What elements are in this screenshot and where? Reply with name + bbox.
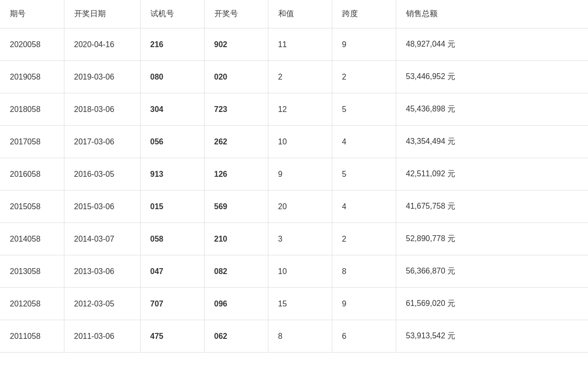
header-hezhi: 和值 [268, 0, 332, 28]
cell-qihao: 2012058 [0, 288, 64, 320]
cell-qihao: 2011058 [0, 320, 64, 353]
cell-kaijang: 082 [204, 255, 268, 288]
cell-kuadu: 4 [332, 126, 396, 158]
cell-shiji: 475 [140, 320, 204, 353]
cell-hezhi: 10 [268, 126, 332, 158]
cell-xiaoshou: 41,675,758 元 [396, 191, 588, 223]
cell-xiaoshou: 61,569,020 元 [396, 288, 588, 320]
table-row: 20130582013-03-0604708210856,366,870 元 [0, 255, 588, 288]
cell-hezhi: 10 [268, 255, 332, 288]
cell-kuadu: 9 [332, 288, 396, 320]
cell-qihao: 2015058 [0, 191, 64, 223]
cell-qihao: 2019058 [0, 61, 64, 93]
header-kaijang: 开奖号 [204, 0, 268, 28]
cell-shiji: 047 [140, 255, 204, 288]
cell-shiji: 058 [140, 223, 204, 255]
table-row: 20150582015-03-0601556920441,675,758 元 [0, 191, 588, 223]
cell-kuadu: 8 [332, 255, 396, 288]
table-row: 20110582011-03-064750628653,913,542 元 [0, 320, 588, 353]
cell-xiaoshou: 43,354,494 元 [396, 126, 588, 158]
cell-kaijang: 020 [204, 61, 268, 93]
cell-date: 2015-03-06 [64, 191, 140, 223]
cell-qihao: 2017058 [0, 126, 64, 158]
cell-xiaoshou: 45,436,898 元 [396, 93, 588, 126]
cell-kuadu: 2 [332, 61, 396, 93]
cell-shiji: 056 [140, 126, 204, 158]
cell-hezhi: 8 [268, 320, 332, 353]
main-container: 期号 开奖日期 试机号 开奖号 和值 跨度 销售总额 20200582020-0… [0, 0, 588, 386]
cell-kaijang: 262 [204, 126, 268, 158]
cell-date: 2018-03-06 [64, 93, 140, 126]
cell-kaijang: 902 [204, 28, 268, 61]
cell-hezhi: 3 [268, 223, 332, 255]
cell-qihao: 2018058 [0, 93, 64, 126]
cell-kaijang: 723 [204, 93, 268, 126]
table-row: 20200582020-04-1621690211948,927,044 元 [0, 28, 588, 61]
header-xiaoshou: 销售总额 [396, 0, 588, 28]
cell-date: 2019-03-06 [64, 61, 140, 93]
cell-shiji: 913 [140, 158, 204, 191]
cell-date: 2011-03-06 [64, 320, 140, 353]
table-row: 20120582012-03-0570709615961,569,020 元 [0, 288, 588, 320]
cell-shiji: 707 [140, 288, 204, 320]
cell-kuadu: 5 [332, 93, 396, 126]
cell-qihao: 2014058 [0, 223, 64, 255]
header-date: 开奖日期 [64, 0, 140, 28]
cell-kuadu: 2 [332, 223, 396, 255]
cell-kaijang: 062 [204, 320, 268, 353]
cell-qihao: 2020058 [0, 28, 64, 61]
cell-kuadu: 9 [332, 28, 396, 61]
table-row: 20140582014-03-070582103252,890,778 元 [0, 223, 588, 255]
cell-date: 2014-03-07 [64, 223, 140, 255]
table-row: 20160582016-03-059131269542,511,092 元 [0, 158, 588, 191]
header-kuadu: 跨度 [332, 0, 396, 28]
cell-xiaoshou: 56,366,870 元 [396, 255, 588, 288]
header-shiji: 试机号 [140, 0, 204, 28]
table-row: 20190582019-03-060800202253,446,952 元 [0, 61, 588, 93]
cell-kuadu: 4 [332, 191, 396, 223]
cell-date: 2016-03-05 [64, 158, 140, 191]
cell-qihao: 2013058 [0, 255, 64, 288]
cell-xiaoshou: 42,511,092 元 [396, 158, 588, 191]
cell-date: 2012-03-05 [64, 288, 140, 320]
cell-xiaoshou: 53,913,542 元 [396, 320, 588, 353]
table-row: 20170582017-03-0605626210443,354,494 元 [0, 126, 588, 158]
cell-hezhi: 9 [268, 158, 332, 191]
header-qihao: 期号 [0, 0, 64, 28]
cell-hezhi: 15 [268, 288, 332, 320]
cell-kaijang: 096 [204, 288, 268, 320]
table-row: 20180582018-03-0630472312545,436,898 元 [0, 93, 588, 126]
cell-xiaoshou: 48,927,044 元 [396, 28, 588, 61]
cell-shiji: 015 [140, 191, 204, 223]
cell-xiaoshou: 53,446,952 元 [396, 61, 588, 93]
lottery-table: 期号 开奖日期 试机号 开奖号 和值 跨度 销售总额 20200582020-0… [0, 0, 588, 353]
cell-kaijang: 126 [204, 158, 268, 191]
cell-kaijang: 569 [204, 191, 268, 223]
cell-hezhi: 11 [268, 28, 332, 61]
cell-xiaoshou: 52,890,778 元 [396, 223, 588, 255]
cell-shiji: 304 [140, 93, 204, 126]
cell-kuadu: 5 [332, 158, 396, 191]
cell-shiji: 080 [140, 61, 204, 93]
cell-date: 2020-04-16 [64, 28, 140, 61]
cell-date: 2017-03-06 [64, 126, 140, 158]
cell-hezhi: 20 [268, 191, 332, 223]
cell-date: 2013-03-06 [64, 255, 140, 288]
cell-hezhi: 12 [268, 93, 332, 126]
cell-shiji: 216 [140, 28, 204, 61]
table-header-row: 期号 开奖日期 试机号 开奖号 和值 跨度 销售总额 [0, 0, 588, 28]
cell-kuadu: 6 [332, 320, 396, 353]
cell-kaijang: 210 [204, 223, 268, 255]
cell-hezhi: 2 [268, 61, 332, 93]
cell-qihao: 2016058 [0, 158, 64, 191]
